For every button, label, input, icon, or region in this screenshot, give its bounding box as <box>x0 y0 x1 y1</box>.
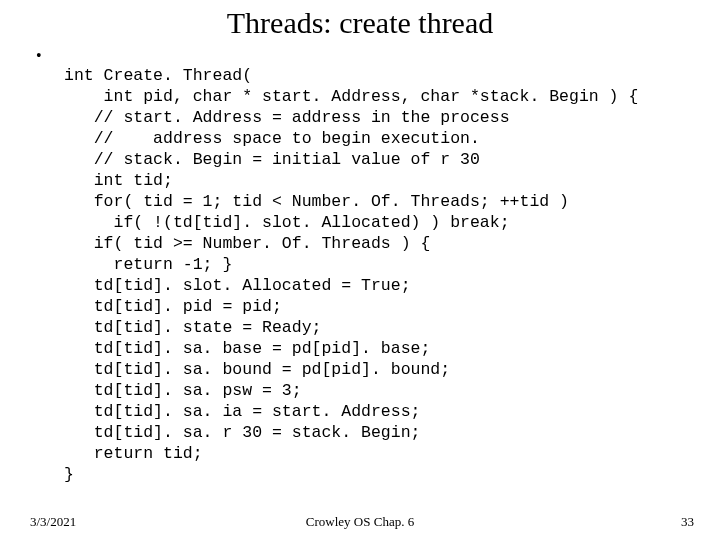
code-line: td[tid]. sa. bound = pd[pid]. bound; <box>64 360 450 379</box>
code-line: int pid, char * start. Address, char *st… <box>64 87 638 106</box>
code-line: int Create. Thread( <box>64 66 252 85</box>
code-line: // address space to begin execution. <box>64 129 480 148</box>
code-line: for( tid = 1; tid < Number. Of. Threads;… <box>64 192 569 211</box>
code-line: // stack. Begin = initial value of r 30 <box>64 150 480 169</box>
bullet-glyph: • <box>36 44 64 67</box>
slide-footer: 3/3/2021 Crowley OS Chap. 6 33 <box>0 510 720 530</box>
code-block: int Create. Thread( int pid, char * star… <box>64 44 638 506</box>
code-line: td[tid]. sa. r 30 = stack. Begin; <box>64 423 420 442</box>
code-line: td[tid]. sa. base = pd[pid]. base; <box>64 339 430 358</box>
code-line: td[tid]. sa. psw = 3; <box>64 381 302 400</box>
code-line: if( !(td[tid]. slot. Allocated) ) break; <box>64 213 510 232</box>
code-line: td[tid]. pid = pid; <box>64 297 282 316</box>
bullet-item: • int Create. Thread( int pid, char * st… <box>36 44 690 506</box>
code-line: int tid; <box>64 171 173 190</box>
code-line: return tid; <box>64 444 203 463</box>
code-line: if( tid >= Number. Of. Threads ) { <box>64 234 430 253</box>
code-line: td[tid]. sa. ia = start. Address; <box>64 402 420 421</box>
code-line: // start. Address = address in the proce… <box>64 108 510 127</box>
code-line: } <box>64 465 74 484</box>
code-line: td[tid]. state = Ready; <box>64 318 321 337</box>
slide-body: • int Create. Thread( int pid, char * st… <box>36 44 690 506</box>
slide: Threads: create thread • int Create. Thr… <box>0 0 720 540</box>
code-line: td[tid]. slot. Allocated = True; <box>64 276 411 295</box>
footer-pagenum: 33 <box>681 514 694 530</box>
slide-title: Threads: create thread <box>0 0 720 40</box>
footer-center: Crowley OS Chap. 6 <box>0 514 720 530</box>
code-line: return -1; } <box>64 255 232 274</box>
